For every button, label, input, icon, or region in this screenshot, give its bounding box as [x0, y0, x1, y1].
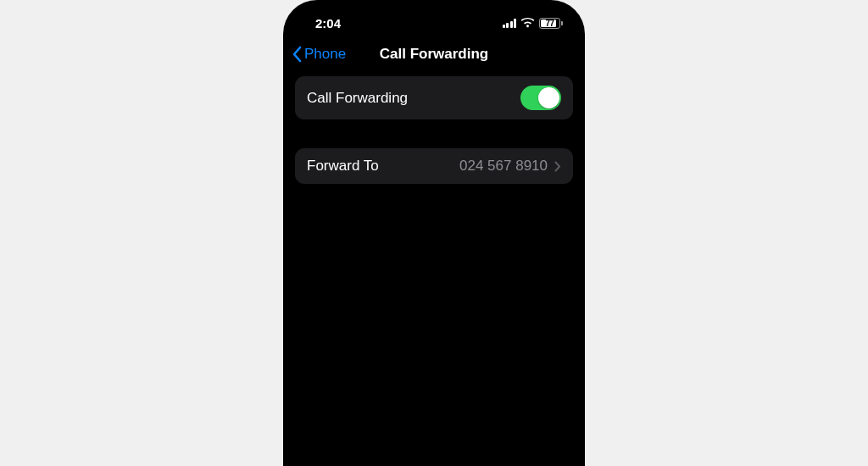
status-indicators: 77	[503, 18, 564, 29]
toggle-knob	[538, 87, 559, 108]
battery-level: 77	[545, 19, 554, 28]
content: Call Forwarding Forward To 024 567 8910	[283, 76, 585, 184]
cellular-signal-icon	[503, 19, 517, 28]
status-bar: 2:04 77	[283, 0, 585, 37]
call-forwarding-toggle[interactable]	[520, 86, 561, 110]
forward-to-label: Forward To	[307, 158, 379, 175]
back-label: Phone	[304, 46, 346, 63]
status-time: 2:04	[315, 16, 341, 31]
forward-to-row[interactable]: Forward To 024 567 8910	[295, 148, 573, 184]
battery-icon: 77	[539, 18, 563, 29]
navigation-bar: Phone Call Forwarding	[283, 37, 585, 76]
chevron-left-icon	[292, 46, 302, 63]
page-title: Call Forwarding	[380, 46, 488, 63]
forward-to-value: 024 567 8910	[459, 158, 548, 175]
toggle-row-label: Call Forwarding	[307, 90, 408, 107]
back-button[interactable]: Phone	[292, 46, 346, 63]
wifi-icon	[520, 18, 535, 28]
chevron-right-icon	[554, 161, 561, 172]
phone-frame: 2:04 77 Phone Call Forwarding	[283, 0, 585, 466]
call-forwarding-toggle-row: Call Forwarding	[295, 76, 573, 119]
